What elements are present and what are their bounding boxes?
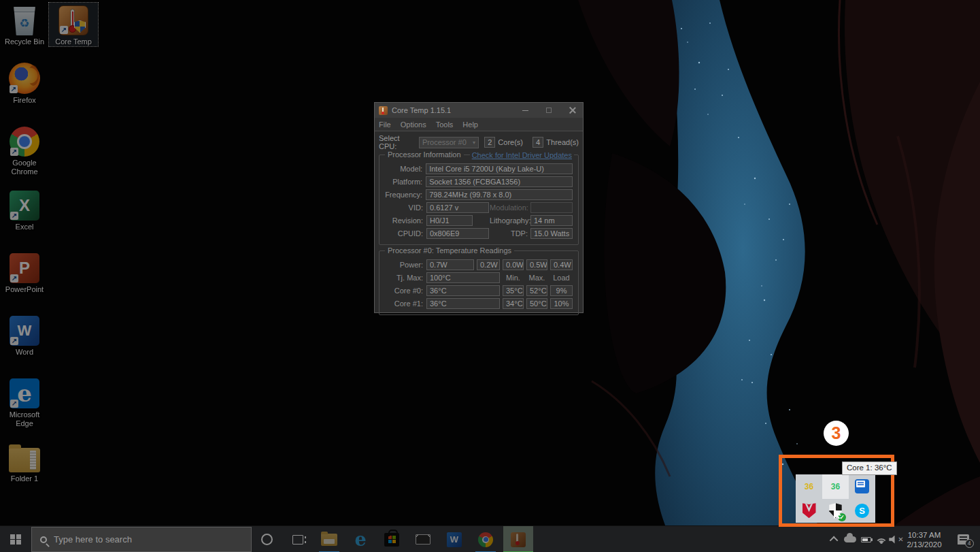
- menu-help[interactable]: Help: [462, 120, 478, 129]
- power-field: 0.5W: [526, 259, 547, 270]
- cpu-select-dropdown[interactable]: Processor #0▾: [419, 137, 479, 148]
- select-cpu-label: Select CPU:: [379, 134, 419, 150]
- search-icon: [40, 536, 47, 543]
- core-temp-window: Core Temp 1.15.1 File Options Tools Help…: [374, 102, 584, 313]
- recycle-bin-icon: ♻: [13, 7, 36, 35]
- core1-min-field: 34°C: [503, 298, 524, 309]
- title-bar[interactable]: Core Temp 1.15.1: [375, 103, 583, 118]
- word-icon: W: [447, 532, 462, 547]
- word-icon: W↗: [10, 316, 39, 346]
- taskbar-chrome[interactable]: [471, 526, 501, 552]
- wifi-icon: [875, 535, 888, 545]
- desktop-icon-google-chrome[interactable]: ↗ Google Chrome: [0, 124, 49, 176]
- firefox-icon: ↗: [9, 63, 40, 94]
- taskbar: Type here to search e W ✕: [0, 525, 980, 552]
- platform-label: Platform:: [385, 178, 422, 186]
- desktop-icon-powerpoint[interactable]: P↗ PowerPoint: [0, 250, 49, 294]
- edge-icon: e↗: [10, 378, 39, 408]
- power-field: 0.2W: [477, 259, 500, 270]
- taskbar-word[interactable]: W: [439, 526, 469, 552]
- vid-label: VID:: [385, 204, 423, 212]
- tray-network[interactable]: [873, 526, 890, 552]
- tray-core0-temp[interactable]: 36: [796, 474, 822, 499]
- desktop-icon-label: Excel: [16, 223, 34, 231]
- close-button[interactable]: [569, 107, 576, 114]
- frequency-field: 798.24MHz (99.78 x 8.0): [426, 189, 573, 200]
- group-label: Processor #0: Temperature Readings: [385, 246, 514, 255]
- threads-label: Thread(s): [546, 138, 579, 146]
- edge-icon: e: [354, 532, 366, 548]
- tray-show-hidden-icons[interactable]: [828, 526, 841, 552]
- file-explorer-icon: [321, 534, 337, 546]
- powerpoint-icon: P↗: [10, 253, 39, 283]
- window-title: Core Temp 1.15.1: [392, 106, 522, 114]
- core0-load-field: 9%: [550, 285, 573, 296]
- desktop-icon-word[interactable]: W↗ Word: [0, 313, 49, 357]
- shortcut-arrow-icon: ↗: [10, 337, 18, 345]
- tray-core1-temp[interactable]: 36: [822, 474, 849, 499]
- max-header: Max.: [526, 274, 547, 282]
- shortcut-arrow-icon: ↗: [10, 274, 18, 282]
- chrome-icon: [478, 532, 493, 547]
- battery-icon: [861, 537, 871, 542]
- core-temp-icon: [511, 532, 526, 547]
- core0-temp-value: 36: [805, 482, 813, 491]
- taskbar-edge[interactable]: e: [345, 526, 375, 552]
- clock-date: 2/13/2020: [907, 540, 941, 549]
- menu-file[interactable]: File: [379, 120, 391, 129]
- minimize-button[interactable]: [522, 110, 528, 111]
- core1-label: Core #1:: [385, 299, 423, 308]
- shortcut-arrow-icon: ↗: [10, 400, 18, 408]
- modulation-label: Modulation:: [490, 204, 528, 212]
- action-center-button[interactable]: 4: [951, 526, 975, 552]
- power-field: 0.4W: [550, 259, 573, 270]
- task-view-button[interactable]: [288, 526, 307, 552]
- desktop: ♻ Recycle Bin ↗ Core Temp ↗ Firefox ↗ Go…: [0, 0, 980, 552]
- tray-mcafee[interactable]: [796, 499, 822, 523]
- core0-temp-field: 36°C: [426, 285, 500, 296]
- platform-field: Socket 1356 (FCBGA1356): [426, 176, 573, 187]
- microsoft-store-icon: [384, 533, 399, 547]
- tray-display-settings[interactable]: [849, 474, 875, 499]
- model-field: Intel Core i5 7200U (Kaby Lake-U): [426, 163, 573, 174]
- taskbar-clock[interactable]: 10:37 AM 2/13/2020: [902, 526, 947, 552]
- desktop-icon-recycle-bin[interactable]: ♻ Recycle Bin: [0, 3, 49, 46]
- tdp-label: TDP:: [490, 229, 528, 238]
- cortana-button[interactable]: [257, 526, 276, 552]
- model-label: Model:: [385, 165, 422, 173]
- start-button[interactable]: [0, 526, 31, 552]
- app-icon: [379, 106, 388, 115]
- search-input[interactable]: Type here to search: [31, 527, 252, 552]
- cpuid-label: CPUID:: [385, 229, 423, 238]
- temperature-readings-group: Processor #0: Temperature Readings Power…: [379, 250, 579, 315]
- menu-tools[interactable]: Tools: [436, 120, 454, 129]
- desktop-icon-excel[interactable]: X↗ Excel: [0, 188, 49, 231]
- maximize-button[interactable]: [546, 108, 552, 113]
- taskbar-core-temp[interactable]: [503, 526, 533, 552]
- tray-onedrive[interactable]: [843, 526, 858, 552]
- desktop-icon-firefox[interactable]: ↗ Firefox: [0, 61, 49, 105]
- cores-count: 2: [484, 137, 495, 148]
- menu-bar: File Options Tools Help: [375, 118, 583, 131]
- tray-windows-security[interactable]: ✓: [822, 499, 849, 523]
- callout-number: 3: [832, 423, 841, 443]
- core1-load-field: 10%: [550, 298, 573, 309]
- desktop-icon-label: Microsoft Edge: [1, 410, 48, 428]
- desktop-icon-core-temp[interactable]: ↗ Core Temp: [49, 3, 98, 46]
- cpuid-field: 0x806E9: [426, 228, 489, 239]
- taskbar-mail[interactable]: [408, 526, 438, 552]
- core0-min-field: 35°C: [503, 285, 524, 296]
- excel-icon: X↗: [10, 191, 39, 221]
- shortcut-arrow-icon: ↗: [10, 148, 18, 156]
- taskbar-store[interactable]: [377, 526, 407, 552]
- tray-skype[interactable]: S: [849, 499, 875, 523]
- shortcut-arrow-icon: ↗: [60, 26, 68, 34]
- driver-updates-link[interactable]: Check for Intel Driver Updates: [470, 151, 574, 159]
- menu-options[interactable]: Options: [401, 120, 426, 129]
- desktop-icon-folder-1[interactable]: Folder 1: [0, 440, 49, 483]
- shortcut-arrow-icon: ↗: [10, 85, 18, 93]
- lithography-field: 14 nm: [530, 215, 573, 226]
- tray-battery[interactable]: [858, 526, 873, 552]
- desktop-icon-microsoft-edge[interactable]: e↗ Microsoft Edge: [0, 376, 49, 428]
- taskbar-file-explorer[interactable]: [314, 526, 344, 552]
